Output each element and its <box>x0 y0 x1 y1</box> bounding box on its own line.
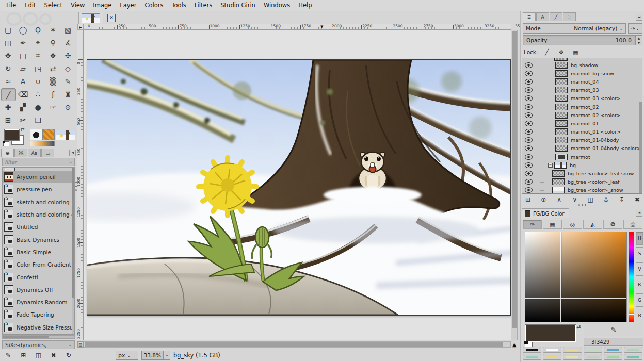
layer-row[interactable]: marmot_04 <box>522 77 642 86</box>
cmyk-selector-button[interactable]: ⎙ <box>623 220 642 229</box>
crop-tool[interactable]: ⌗ <box>31 50 45 61</box>
delete-layer-button[interactable]: ✖ <box>632 195 642 204</box>
dynamics-vertical-scrollbar[interactable] <box>72 168 74 334</box>
dynamics-item[interactable]: ⠵Confetti <box>3 271 74 283</box>
dynamics-item[interactable]: ⠵Dynamics Random <box>3 296 74 308</box>
fonts-tab[interactable]: Aa <box>28 149 41 157</box>
visibility-eye-icon[interactable] <box>525 112 533 118</box>
zoom-level-field[interactable]: 33.8% <box>141 351 163 360</box>
eraser-tool[interactable]: ⌫ <box>16 88 30 100</box>
color-history-swatch[interactable] <box>584 354 602 360</box>
opacity-slider[interactable]: Opacity 100.0 <box>523 35 635 45</box>
color-picker-tool[interactable]: ⌖ <box>31 37 45 48</box>
channel-button-s[interactable]: S <box>636 247 643 260</box>
color-history-swatch[interactable] <box>523 347 541 353</box>
dock-resize-grip[interactable] <box>578 204 586 206</box>
layer-row[interactable]: marmot_01-04body <color> <box>522 144 642 153</box>
duplicate-dynamics-button[interactable]: ◫ <box>34 351 44 359</box>
color-history-swatch[interactable] <box>584 347 602 353</box>
intelligent-scissors-tool[interactable]: ✂ <box>16 114 30 126</box>
new-layer-button[interactable]: ⊞ <box>523 195 533 204</box>
dynamics-collection-dropdown[interactable]: SiXe-dynamics, ⌄ <box>2 340 75 349</box>
patterns-tab[interactable]: Ж <box>14 149 27 157</box>
fgbg-color-tab[interactable]: FG/BG Color <box>522 208 569 218</box>
color-history-swatch[interactable] <box>563 347 582 353</box>
paintbrush-tool[interactable]: ╱ <box>1 88 16 101</box>
channels-tab[interactable]: A <box>536 12 549 21</box>
active-image-thumbnail[interactable] <box>56 130 75 140</box>
layer-row[interactable]: bg_shadow <box>522 61 642 69</box>
layer-row[interactable]: marmot <box>522 153 642 161</box>
visibility-eye-icon[interactable] <box>525 71 533 76</box>
layer-row[interactable]: marmot_03 <box>522 86 642 94</box>
layer-row[interactable]: marmot_03 <color> <box>522 94 642 103</box>
saturation-value-square[interactable] <box>525 232 627 322</box>
hue-strip[interactable] <box>629 232 634 322</box>
channel-button-b[interactable]: B <box>636 309 643 322</box>
layer-row[interactable]: marmot_02 <color> <box>522 111 642 119</box>
image-tab[interactable] <box>78 12 103 24</box>
visibility-eye-icon[interactable] <box>525 162 533 168</box>
rectangle-select-tool[interactable]: ▢ <box>1 24 15 36</box>
vertical-ruler[interactable]: 0250500750100012501500175020002250 <box>77 30 84 340</box>
group-expand-toggle[interactable]: − <box>548 163 553 168</box>
new-group-button[interactable]: ⊕ <box>538 195 549 204</box>
color-history-swatch[interactable] <box>604 347 622 353</box>
wheel-selector-button[interactable]: ◭ <box>583 220 602 229</box>
painter-palette-selector-button[interactable]: ❂ <box>603 220 622 229</box>
smudge-tool[interactable]: ☞ <box>46 101 60 113</box>
text-tool[interactable]: A <box>16 75 30 87</box>
zoom-dropdown-button[interactable]: ⌄ <box>163 351 170 360</box>
visibility-eye-icon[interactable] <box>525 121 533 126</box>
pencil-tool[interactable]: ✎ <box>61 75 75 87</box>
canvas-viewport[interactable] <box>84 30 511 340</box>
layer-row[interactable]: marmot_01 <color> <box>522 128 642 136</box>
canvas-artwork[interactable] <box>87 59 511 316</box>
visibility-eye-icon[interactable] <box>525 62 533 68</box>
layer-mode-dropdown[interactable]: Mode Normal (legacy) ⌄ <box>523 23 626 34</box>
document-history-tab[interactable]: ▭ <box>41 149 54 157</box>
right-dock-menu-button[interactable]: ◄ <box>636 14 642 21</box>
dynamics-item[interactable]: ⠵pressure pen <box>3 183 74 195</box>
align-tool[interactable]: ▤ <box>16 50 30 61</box>
layers-scrollbar[interactable] <box>639 102 642 194</box>
blur-sharpen-tool[interactable]: ● <box>31 101 45 113</box>
dynamics-item[interactable]: Aryeom pencil <box>3 171 74 183</box>
color-history-swatch[interactable] <box>624 347 642 353</box>
active-brush-indicator[interactable] <box>30 129 42 140</box>
frame-tool[interactable]: ❏ <box>31 114 45 126</box>
dynamics-item[interactable]: ⠵Fade Tapering <box>3 308 74 321</box>
visibility-eye-icon[interactable] <box>525 179 533 185</box>
layer-row[interactable]: marmot_01 <box>522 119 642 127</box>
layer-row[interactable]: −bg <box>522 161 642 169</box>
cage-transform-tool[interactable]: ◇ <box>61 62 75 74</box>
channel-button-h[interactable]: H <box>636 232 643 245</box>
visibility-eye-icon[interactable] <box>525 79 533 85</box>
dynamics-item[interactable]: ⠵Color From Gradient <box>3 258 74 271</box>
paths-tool[interactable]: ✒ <box>16 37 30 48</box>
shear-tool[interactable]: ▱ <box>16 62 30 74</box>
layer-row[interactable]: marmot_01-04body <box>522 136 642 144</box>
menu-layer[interactable]: Layer <box>116 0 140 11</box>
gegl-operation-tool[interactable]: ⊞ <box>1 114 15 126</box>
gradient-tool[interactable]: ▒ <box>46 75 60 87</box>
navigation-preview-button[interactable]: ▲ <box>511 341 518 349</box>
visibility-eye-icon[interactable] <box>525 129 533 135</box>
menu-filters[interactable]: Filters <box>190 0 216 11</box>
canvas-horizontal-scrollbar[interactable] <box>84 341 511 348</box>
layer-row[interactable]: ┈┈bg_tree <color>_leaf <box>522 178 642 186</box>
layer-row[interactable]: marmot_bg_snow <box>522 69 642 77</box>
paths-tab[interactable]: ╱ <box>550 12 562 21</box>
dynamics-filter-input[interactable]: filter ⌄ <box>2 158 75 166</box>
color-history-swatch[interactable] <box>523 354 541 360</box>
rotate-tool[interactable]: ↻ <box>1 62 15 74</box>
horizontal-ruler[interactable]: ▼ 02505007501000125015001750200022502500… <box>84 24 511 30</box>
layer-row[interactable]: ┈┈bg_tree <color>_leaf snow <box>522 169 642 177</box>
unified-transform-tool[interactable]: ❖ <box>46 50 60 61</box>
hex-color-field[interactable]: 3f3429 <box>584 338 643 346</box>
ellipse-select-tool[interactable]: ◯ <box>16 24 30 36</box>
visibility-eye-icon[interactable] <box>525 145 533 151</box>
visibility-eye-icon[interactable] <box>525 95 533 101</box>
canvas-vertical-scrollbar[interactable] <box>511 30 518 340</box>
swap-colors-icon[interactable]: ⇄ <box>21 127 25 132</box>
